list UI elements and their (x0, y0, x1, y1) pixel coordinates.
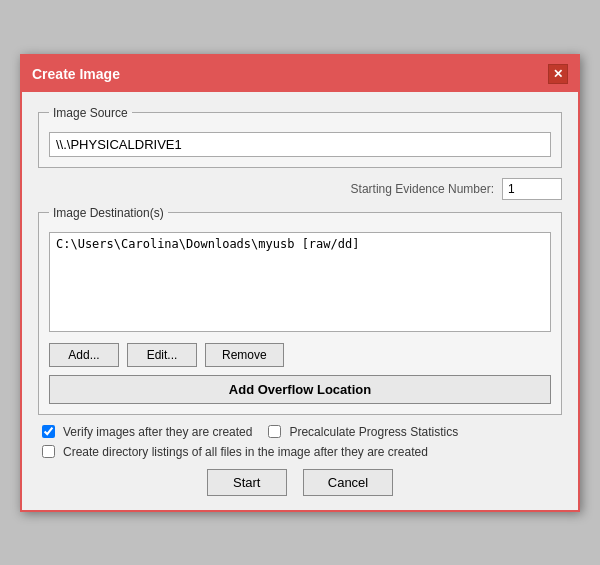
evidence-number-input[interactable] (502, 178, 562, 200)
image-destination-legend: Image Destination(s) (49, 206, 168, 220)
destination-textarea[interactable]: C:\Users\Carolina\Downloads\myusb [raw/d… (49, 232, 551, 332)
verify-label: Verify images after they are created (63, 425, 252, 439)
create-image-dialog: Create Image ✕ Image Source Starting Evi… (20, 54, 580, 512)
add-overflow-button[interactable]: Add Overflow Location (49, 375, 551, 404)
start-button[interactable]: Start (207, 469, 287, 496)
options-row-1: Verify images after they are created Pre… (42, 425, 558, 439)
options-row-2: Create directory listings of all files i… (42, 445, 558, 459)
add-button[interactable]: Add... (49, 343, 119, 367)
cancel-button[interactable]: Cancel (303, 469, 393, 496)
image-destination-fieldset: Image Destination(s) C:\Users\Carolina\D… (38, 206, 562, 415)
directory-label: Create directory listings of all files i… (63, 445, 428, 459)
bottom-buttons: Start Cancel (38, 469, 562, 496)
evidence-row: Starting Evidence Number: (38, 178, 562, 200)
verify-checkbox[interactable] (42, 425, 55, 438)
close-button[interactable]: ✕ (548, 64, 568, 84)
options-section: Verify images after they are created Pre… (38, 425, 562, 459)
title-bar: Create Image ✕ (22, 56, 578, 92)
precalculate-checkbox[interactable] (268, 425, 281, 438)
directory-checkbox[interactable] (42, 445, 55, 458)
evidence-label: Starting Evidence Number: (351, 182, 494, 196)
dialog-body: Image Source Starting Evidence Number: I… (22, 92, 578, 510)
edit-button[interactable]: Edit... (127, 343, 197, 367)
precalculate-group: Precalculate Progress Statistics (268, 425, 458, 439)
dialog-title: Create Image (32, 66, 120, 82)
verify-group: Verify images after they are created (42, 425, 252, 439)
remove-button[interactable]: Remove (205, 343, 284, 367)
image-source-input[interactable] (49, 132, 551, 157)
image-source-legend: Image Source (49, 106, 132, 120)
destination-buttons: Add... Edit... Remove (49, 343, 551, 367)
precalculate-label: Precalculate Progress Statistics (289, 425, 458, 439)
image-source-fieldset: Image Source (38, 106, 562, 168)
